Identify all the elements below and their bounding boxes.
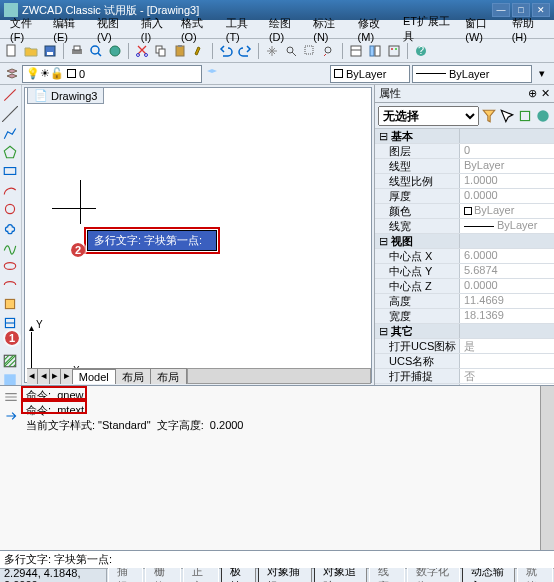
prop-value[interactable]: 否 [460, 369, 554, 383]
prop-value[interactable]: 是 [460, 339, 554, 353]
prop-value[interactable]: 0 [460, 144, 554, 158]
menu-format[interactable]: 格式(O) [175, 14, 220, 45]
menu-modify[interactable]: 修改(M) [352, 14, 397, 45]
prop-group[interactable]: 视图 [375, 234, 554, 249]
menu-dim[interactable]: 标注(N) [307, 14, 351, 45]
menu-file[interactable]: 文件(F) [4, 14, 47, 45]
undo-icon[interactable] [218, 43, 234, 59]
rect-icon[interactable] [2, 163, 18, 179]
properties-panel: 属性 ⊕ ✕ 无选择 基本图层0线型ByLayer线型比例1.0000厚度0.0… [374, 85, 554, 385]
statusbar: 2.2944, 4.1848, 0.0000 捕捉栅格正交极轴对象捕捉对象追踪线… [0, 568, 554, 582]
preview-icon[interactable] [88, 43, 104, 59]
block-icon[interactable] [2, 315, 18, 331]
prop-value[interactable]: 1.0000 [460, 174, 554, 188]
command-input[interactable]: 多行文字: 字块第一点: [0, 550, 554, 568]
menu-et[interactable]: ET扩展工具 [397, 12, 459, 46]
tab-layout2[interactable]: 布局2 [151, 369, 187, 384]
tab-nav-prev[interactable]: ◂ [38, 369, 49, 384]
print-icon[interactable] [69, 43, 85, 59]
ellipse-icon[interactable] [2, 258, 18, 274]
command-history[interactable]: 命令: qnew 命令: mtext 当前文字样式: "Standard" 文字… [22, 386, 540, 550]
cmd-scrollbar[interactable] [540, 386, 554, 550]
tab-model[interactable]: Model [73, 369, 116, 384]
prop-group[interactable]: 基本 [375, 129, 554, 144]
prop-help-icon[interactable] [535, 108, 551, 124]
polygon-icon[interactable] [2, 144, 18, 160]
linetype-combo[interactable]: ByLayer [412, 65, 532, 83]
save-icon[interactable] [42, 43, 58, 59]
prop-value[interactable] [460, 354, 554, 368]
help-icon[interactable]: ? [413, 43, 429, 59]
tab-layout1[interactable]: 布局1 [116, 369, 152, 384]
prop-value[interactable]: ByLayer [460, 219, 554, 233]
prop-value[interactable]: 5.6874 [460, 264, 554, 278]
line-icon[interactable] [2, 87, 18, 103]
prop-key: 打开捕捉 [375, 369, 460, 383]
arc-icon[interactable] [2, 182, 18, 198]
prop-value[interactable]: 18.1369 [460, 309, 554, 323]
quickselect-icon[interactable] [481, 108, 497, 124]
menu-insert[interactable]: 插入(I) [135, 14, 175, 45]
new-icon[interactable] [4, 43, 20, 59]
zoom-win-icon[interactable] [302, 43, 318, 59]
mtext-prompt[interactable]: 多行文字: 字块第一点: [87, 230, 217, 251]
menu-window[interactable]: 窗口(W) [459, 14, 505, 45]
zoom-rt-icon[interactable] [283, 43, 299, 59]
color-value: ByLayer [346, 68, 386, 80]
insert-icon[interactable] [2, 296, 18, 312]
matchprop-icon[interactable] [191, 43, 207, 59]
color-combo[interactable]: ByLayer [330, 65, 410, 83]
copy-icon[interactable] [153, 43, 169, 59]
layer-manager-icon[interactable] [4, 66, 20, 82]
redo-icon[interactable] [237, 43, 253, 59]
zoom-prev-icon[interactable] [321, 43, 337, 59]
prop-value[interactable]: 11.4669 [460, 294, 554, 308]
publish-icon[interactable] [107, 43, 123, 59]
xline-icon[interactable] [2, 106, 18, 122]
prop-value[interactable]: ByLayer [460, 159, 554, 173]
properties-body: 基本图层0线型ByLayer线型比例1.0000厚度0.0000颜色ByLaye… [375, 129, 554, 385]
prop-group[interactable]: 其它 [375, 324, 554, 339]
pan-icon[interactable] [264, 43, 280, 59]
designcenter-icon[interactable] [367, 43, 383, 59]
revcloud-icon[interactable] [2, 220, 18, 236]
prop-key: 图层 [375, 144, 460, 158]
svg-rect-16 [305, 46, 313, 54]
panel-close-icon[interactable]: ✕ [541, 87, 550, 100]
h-scrollbar[interactable] [187, 368, 371, 384]
tab-nav-first[interactable]: ◂ [27, 369, 38, 384]
cut-icon[interactable] [134, 43, 150, 59]
spline-icon[interactable] [2, 239, 18, 255]
paste-icon[interactable] [172, 43, 188, 59]
hatch-icon[interactable] [2, 353, 18, 369]
pickadd-icon[interactable] [517, 108, 533, 124]
prop-value[interactable]: 0.0000 [460, 189, 554, 203]
menu-edit[interactable]: 编辑(E) [47, 14, 91, 45]
coords-readout[interactable]: 2.2944, 4.1848, 0.0000 [0, 567, 107, 583]
cmd-arrow-icon[interactable] [3, 408, 19, 424]
layer-combo[interactable]: 💡 ☀ 🔓 0 [22, 65, 202, 83]
menu-draw[interactable]: 绘图(D) [263, 14, 307, 45]
properties-icon[interactable] [348, 43, 364, 59]
pline-icon[interactable] [2, 125, 18, 141]
toolpalette-icon[interactable] [386, 43, 402, 59]
pin-icon[interactable]: ⊕ [528, 87, 537, 100]
prop-value[interactable]: 0.0000 [460, 279, 554, 293]
menu-help[interactable]: 帮助(H) [506, 14, 550, 45]
open-icon[interactable] [23, 43, 39, 59]
menu-tools[interactable]: 工具(T) [220, 14, 263, 45]
ellipse-arc-icon[interactable] [2, 277, 18, 293]
drawing-tab[interactable]: 📄 Drawing3 [27, 87, 104, 104]
tab-nav-next[interactable]: ▸ [50, 369, 61, 384]
circle-icon[interactable] [2, 201, 18, 217]
linetype-btn-icon[interactable]: ▾ [534, 66, 550, 82]
tab-nav-last[interactable]: ▸ [61, 369, 72, 384]
layer-prev-icon[interactable] [204, 66, 220, 82]
select-icon[interactable] [499, 108, 515, 124]
menu-view[interactable]: 视图(V) [91, 14, 135, 45]
drawing-area[interactable]: 📄 Drawing3 多行文字: 字块第一点: 2 1 Y X ◂ ◂ ▸ ▸ … [24, 87, 372, 383]
prop-value[interactable]: ByLayer [460, 204, 554, 218]
prop-value[interactable]: 6.0000 [460, 249, 554, 263]
cmd-recent-icon[interactable] [3, 389, 19, 405]
selection-combo[interactable]: 无选择 [378, 106, 479, 126]
